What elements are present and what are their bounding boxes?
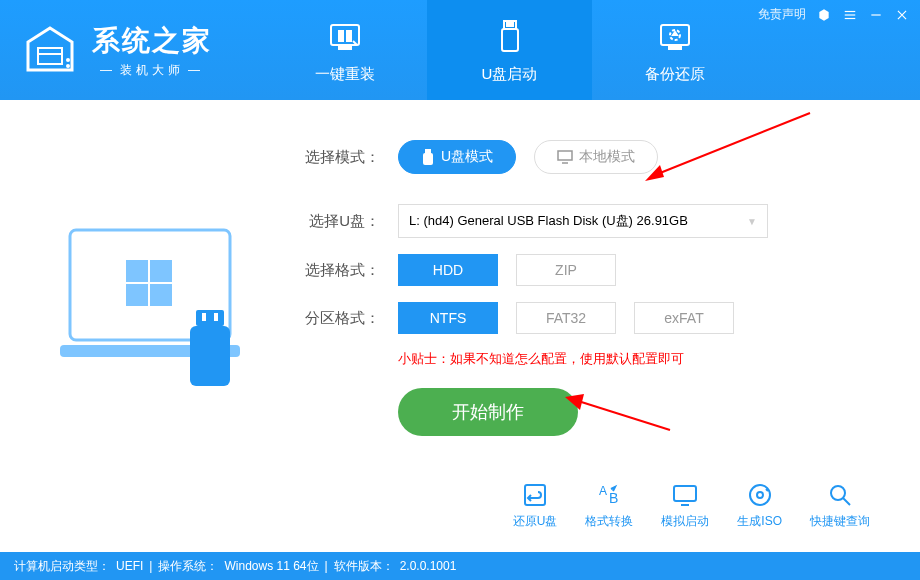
main-content: 选择模式： U盘模式 本地模式 选择U盘： L: (hd4) General U… [0, 100, 920, 456]
svg-text:B: B [609, 490, 618, 506]
svg-point-37 [757, 492, 763, 498]
svg-rect-26 [214, 313, 218, 321]
backup-icon [655, 17, 695, 57]
status-boot-value: UEFI [116, 559, 143, 573]
svg-rect-0 [845, 10, 856, 11]
logo-text: 系统之家 装机大师 [92, 22, 212, 79]
svg-rect-12 [507, 23, 509, 26]
svg-rect-4 [38, 48, 62, 64]
svg-point-7 [66, 64, 70, 68]
status-os-value: Windows 11 64位 [224, 558, 318, 575]
titlebar: 免责声明 [758, 6, 910, 23]
restore-icon [521, 481, 549, 509]
svg-rect-25 [202, 313, 206, 321]
reinstall-icon [325, 17, 365, 57]
status-ver-label: 软件版本： [334, 558, 394, 575]
svg-rect-29 [558, 151, 572, 160]
svg-rect-34 [674, 486, 696, 501]
simulate-icon [671, 481, 699, 509]
tools-bar: 还原U盘 AB 格式转换 模拟启动 生成ISO 快捷键查询 [513, 481, 870, 530]
nav-tabs: 一键重装 U盘启动 备份还原 [262, 0, 757, 100]
logo-title: 系统之家 [92, 22, 212, 60]
udisk-value: L: (hd4) General USB Flash Disk (U盘) 26.… [409, 212, 688, 230]
svg-rect-11 [502, 29, 518, 51]
partition-label: 分区格式： [300, 309, 380, 328]
tab-backup[interactable]: 备份还原 [592, 0, 757, 100]
minimize-button[interactable] [868, 7, 884, 23]
tool-hotkey[interactable]: 快捷键查询 [810, 481, 870, 530]
illustration [50, 140, 270, 436]
svg-line-39 [843, 498, 850, 505]
udisk-label: 选择U盘： [300, 212, 380, 231]
usb-small-icon [421, 149, 435, 165]
svg-rect-1 [845, 14, 856, 15]
svg-rect-15 [669, 47, 681, 49]
close-button[interactable] [894, 7, 910, 23]
hint-text: 小贴士：如果不知道怎么配置，使用默认配置即可 [398, 350, 870, 368]
logo-subtitle: 装机大师 [92, 62, 212, 79]
partition-ntfs-button[interactable]: NTFS [398, 302, 498, 334]
tool-convert[interactable]: AB 格式转换 [585, 481, 633, 530]
svg-rect-27 [425, 149, 431, 153]
statusbar: 计算机启动类型： UEFI | 操作系统： Windows 11 64位 | 软… [0, 552, 920, 580]
svg-rect-3 [871, 14, 880, 15]
mode-row: 选择模式： U盘模式 本地模式 [300, 140, 870, 174]
monitor-small-icon [557, 150, 573, 164]
theme-icon[interactable] [816, 7, 832, 23]
mode-local-button[interactable]: 本地模式 [534, 140, 658, 174]
logo-area: 系统之家 装机大师 [0, 20, 232, 80]
tab-usb[interactable]: U盘启动 [427, 0, 592, 100]
svg-rect-13 [511, 23, 513, 26]
udisk-select[interactable]: L: (hd4) General USB Flash Disk (U盘) 26.… [398, 204, 768, 238]
svg-rect-9 [339, 47, 351, 49]
disclaimer-link[interactable]: 免责声明 [758, 6, 806, 23]
menu-icon[interactable] [842, 7, 858, 23]
udisk-row: 选择U盘： L: (hd4) General USB Flash Disk (U… [300, 204, 870, 238]
svg-rect-28 [423, 153, 433, 165]
logo-icon [20, 20, 80, 80]
svg-rect-23 [196, 310, 224, 326]
tab-label: 备份还原 [645, 65, 705, 84]
form-area: 选择模式： U盘模式 本地模式 选择U盘： L: (hd4) General U… [300, 140, 870, 436]
svg-rect-19 [126, 260, 148, 282]
tab-label: 一键重装 [315, 65, 375, 84]
partition-row: 分区格式： NTFS FAT32 exFAT [300, 302, 870, 334]
hotkey-icon [826, 481, 854, 509]
svg-rect-2 [845, 17, 856, 18]
status-boot-label: 计算机启动类型： [14, 558, 110, 575]
status-ver-value: 2.0.0.1001 [400, 559, 457, 573]
chevron-down-icon: ▼ [747, 216, 757, 227]
partition-exfat-button[interactable]: exFAT [634, 302, 734, 334]
svg-rect-21 [126, 284, 148, 306]
tool-restore[interactable]: 还原U盘 [513, 481, 558, 530]
convert-icon: AB [595, 481, 623, 509]
svg-rect-22 [150, 284, 172, 306]
svg-rect-20 [150, 260, 172, 282]
iso-icon [746, 481, 774, 509]
tab-reinstall[interactable]: 一键重装 [262, 0, 427, 100]
format-zip-button[interactable]: ZIP [516, 254, 616, 286]
format-hdd-button[interactable]: HDD [398, 254, 498, 286]
format-row: 选择格式： HDD ZIP [300, 254, 870, 286]
tool-simulate[interactable]: 模拟启动 [661, 481, 709, 530]
svg-text:A: A [599, 484, 607, 498]
start-button[interactable]: 开始制作 [398, 388, 578, 436]
svg-point-36 [750, 485, 770, 505]
svg-point-6 [66, 58, 70, 62]
format-label: 选择格式： [300, 261, 380, 280]
tab-label: U盘启动 [482, 65, 538, 84]
usb-icon [490, 17, 530, 57]
header: 免责声明 系统之家 装机大师 一键重装 U盘启动 [0, 0, 920, 100]
mode-label: 选择模式： [300, 148, 380, 167]
partition-fat32-button[interactable]: FAT32 [516, 302, 616, 334]
tool-iso[interactable]: 生成ISO [737, 481, 782, 530]
status-os-label: 操作系统： [158, 558, 218, 575]
mode-usb-button[interactable]: U盘模式 [398, 140, 516, 174]
svg-rect-24 [190, 326, 230, 386]
svg-point-38 [831, 486, 845, 500]
